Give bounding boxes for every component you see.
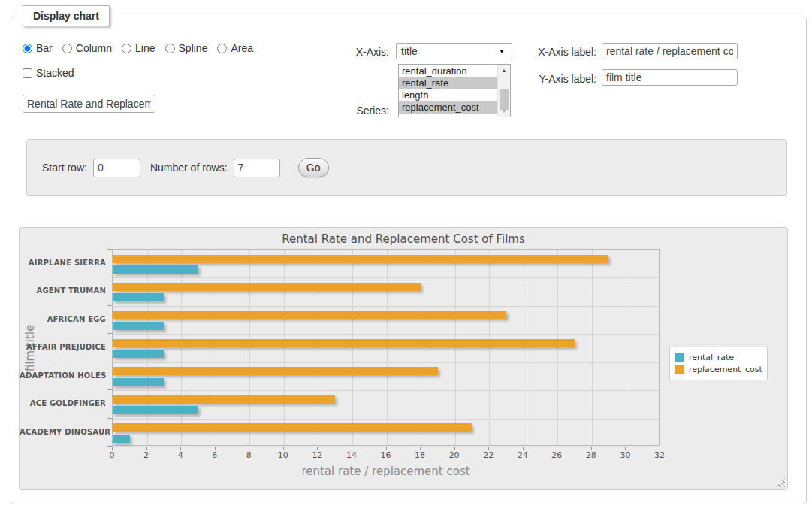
chart-title-input[interactable] bbox=[23, 95, 155, 113]
x-tick-label: 8 bbox=[234, 450, 264, 460]
category-label: ACADEMY DINOSAUR bbox=[20, 418, 106, 446]
gridline-vertical bbox=[557, 250, 558, 445]
gridline-horizontal bbox=[113, 362, 659, 363]
chart-type-option-line[interactable]: Line bbox=[122, 42, 155, 54]
series-option-replacement_cost[interactable]: replacement_cost bbox=[399, 101, 497, 114]
y-tick-mark bbox=[107, 305, 112, 306]
x-tick-label: 16 bbox=[371, 450, 401, 460]
series-select-label: Series: bbox=[315, 105, 389, 117]
stacked-checkbox[interactable] bbox=[23, 68, 32, 78]
x-axis-label-caption: X-Axis label: bbox=[524, 46, 596, 58]
chart-type-option-column[interactable]: Column bbox=[62, 42, 112, 54]
category-label: AFFAIR PREJUDICE bbox=[20, 333, 106, 361]
chart-type-radio-area[interactable] bbox=[217, 44, 227, 53]
legend-entry-rental_rate: rental_rate bbox=[675, 353, 762, 362]
x-tick-mark bbox=[488, 447, 489, 450]
y-axis-label-caption: Y-Axis label: bbox=[524, 73, 596, 85]
bar-replacement_cost bbox=[113, 395, 335, 404]
series-option-rental_duration[interactable]: rental_duration bbox=[399, 65, 497, 77]
x-tick-mark bbox=[283, 447, 284, 450]
category-label: ADAPTATION HOLES bbox=[20, 362, 106, 389]
y-tick-mark bbox=[107, 418, 112, 419]
x-tick-label: 30 bbox=[610, 450, 640, 460]
chart-type-radio-spline[interactable] bbox=[165, 44, 175, 53]
gridline-horizontal bbox=[113, 419, 659, 420]
plot-area bbox=[112, 249, 660, 446]
x-tick-label: 26 bbox=[542, 450, 572, 460]
start-row-label: Start row: bbox=[42, 162, 87, 174]
chart-type-option-bar[interactable]: Bar bbox=[23, 42, 53, 54]
stacked-label: Stacked bbox=[36, 67, 74, 79]
chart-x-axis-title: rental rate / replacement cost bbox=[112, 465, 660, 478]
x-axis-select-label: X-Axis: bbox=[315, 46, 389, 58]
y-tick-mark bbox=[107, 333, 112, 334]
x-tick-mark bbox=[454, 447, 455, 450]
bar-rental_rate bbox=[113, 406, 198, 414]
series-option-length[interactable]: length bbox=[399, 89, 497, 101]
chart-type-radio-column[interactable] bbox=[62, 44, 72, 53]
x-axis-select[interactable]: title ▼ bbox=[396, 43, 512, 59]
x-tick-mark bbox=[660, 447, 660, 450]
y-tick-mark bbox=[107, 446, 112, 447]
x-tick-label: 6 bbox=[200, 450, 230, 460]
legend-swatch-rental_rate bbox=[675, 353, 684, 362]
gridline-vertical bbox=[147, 250, 148, 445]
bar-replacement_cost bbox=[113, 311, 506, 319]
chart-type-radio-group: BarColumnLineSplineArea bbox=[23, 42, 263, 54]
x-tick-mark bbox=[146, 447, 147, 450]
gridline-vertical bbox=[216, 250, 216, 445]
series-listbox: rental_durationrental_ratelengthreplacem… bbox=[398, 64, 511, 117]
x-tick-mark bbox=[557, 447, 557, 450]
number-of-rows-label: Number of rows: bbox=[150, 162, 228, 174]
start-row-input[interactable] bbox=[93, 159, 140, 177]
y-tick-mark bbox=[107, 277, 112, 277]
x-tick-mark bbox=[249, 447, 249, 450]
series-option-rental_rate[interactable]: rental_rate bbox=[399, 77, 497, 89]
chart-type-radio-bar[interactable] bbox=[23, 44, 32, 53]
category-label: AGENT TRUMAN bbox=[20, 277, 106, 304]
chart-type-radio-line[interactable] bbox=[122, 44, 131, 53]
x-tick-label: 22 bbox=[473, 450, 503, 460]
chart-type-option-label: Area bbox=[231, 42, 253, 54]
x-tick-label: 14 bbox=[337, 450, 367, 460]
x-tick-mark bbox=[352, 447, 352, 450]
go-button[interactable]: Go bbox=[298, 158, 329, 177]
legend-swatch-replacement_cost bbox=[675, 365, 684, 374]
gridline-vertical bbox=[524, 250, 524, 445]
bar-rental_rate bbox=[113, 265, 198, 274]
stacked-option[interactable]: Stacked bbox=[23, 67, 74, 79]
scroll-up-icon[interactable]: ▲ bbox=[498, 65, 510, 76]
gridline-vertical bbox=[592, 250, 593, 445]
bar-replacement_cost bbox=[113, 339, 575, 347]
x-tick-label: 18 bbox=[405, 450, 435, 460]
resize-handle-icon[interactable] bbox=[776, 478, 785, 487]
x-tick-label: 2 bbox=[131, 450, 161, 460]
gridline-vertical bbox=[421, 250, 421, 445]
x-tick-label: 4 bbox=[165, 450, 195, 460]
x-tick-mark bbox=[317, 447, 318, 450]
y-axis-label-input[interactable] bbox=[602, 69, 738, 86]
x-tick-mark bbox=[420, 447, 421, 450]
gridline-vertical bbox=[387, 250, 388, 445]
category-label: ACE GOLDFINGER bbox=[20, 389, 106, 417]
gridline-horizontal bbox=[113, 390, 659, 391]
x-axis-label-input[interactable] bbox=[602, 43, 738, 59]
bar-rental_rate bbox=[113, 322, 164, 330]
scroll-down-icon[interactable]: ▼ bbox=[498, 105, 510, 117]
x-tick-label: 0 bbox=[97, 450, 127, 460]
number-of-rows-input[interactable] bbox=[234, 159, 280, 177]
scrollbar[interactable]: ▲ ▼ bbox=[497, 65, 510, 117]
bar-rental_rate bbox=[113, 378, 164, 386]
chart-legend: rental_ratereplacement_cost bbox=[669, 347, 768, 380]
gridline-vertical bbox=[489, 250, 490, 445]
chart-type-option-spline[interactable]: Spline bbox=[165, 42, 208, 54]
chevron-down-icon: ▼ bbox=[499, 48, 505, 55]
x-axis-selected-value: title bbox=[401, 45, 418, 57]
gridline-vertical bbox=[249, 250, 250, 445]
gridline-vertical bbox=[352, 250, 353, 445]
x-tick-mark bbox=[591, 447, 592, 450]
gridline-vertical bbox=[318, 250, 318, 445]
bar-replacement_cost bbox=[113, 255, 608, 263]
bar-rental_rate bbox=[113, 350, 164, 358]
chart-type-option-area[interactable]: Area bbox=[217, 42, 253, 54]
